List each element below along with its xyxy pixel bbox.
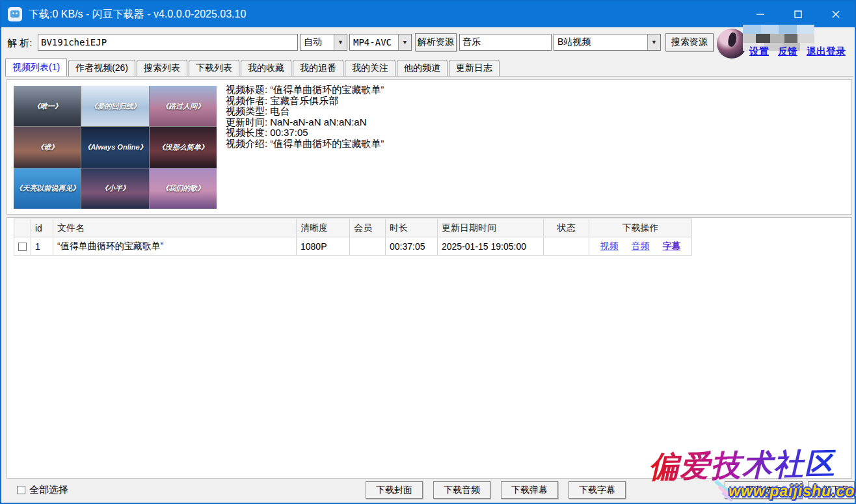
header-duration: 时长 (386, 219, 438, 237)
parse-resource-button[interactable]: 解析资源 (415, 33, 457, 51)
chevron-down-icon: ▼ (334, 34, 347, 50)
close-button[interactable] (817, 1, 855, 27)
feedback-link[interactable]: 反馈 (778, 46, 797, 58)
header-quality: 清晰度 (297, 219, 350, 237)
titlebar: 下载:0 KB/s - 闪豆下载器 - v4.0.0.0-2025.03.10 (1, 1, 855, 27)
video-type-line: 视频类型:电台 (226, 106, 384, 117)
cell-vip (350, 237, 386, 256)
download-subtitle-button[interactable]: 下载字幕 (568, 481, 626, 499)
cell-actions: 视频 音频 字幕 (589, 237, 692, 256)
bottom-bar: 全部选择 下载封面 下载音频 下载弹幕 下载字幕 下载选中 全部下载 (1, 480, 856, 503)
tab-my-favorites[interactable]: 我的收藏 (241, 60, 291, 76)
cell-updated: 2025-01-15 19:05:00 (438, 237, 544, 256)
cell-duration: 00:37:05 (386, 237, 438, 256)
header-status: 状态 (544, 219, 589, 237)
download-audio-link[interactable]: 音频 (632, 241, 650, 251)
tab-author-videos[interactable]: 作者视频(26) (68, 60, 135, 76)
header-checkbox-col (14, 219, 31, 237)
tab-download-list[interactable]: 下载列表 (189, 60, 239, 76)
search-keyword-input[interactable] (459, 34, 552, 51)
video-description-line: 视频介绍:“值得单曲循环的宝藏歌单” (226, 139, 384, 150)
video-info-panel: 《唯一》 《爱的回归线》 《路过人间》 《谁》 《Always Online》 … (7, 79, 852, 215)
download-all-button[interactable]: 全部下载 (808, 481, 855, 499)
chevron-down-icon: ▼ (647, 34, 660, 50)
search-resource-button[interactable]: 搜索资源 (665, 33, 714, 51)
settings-link[interactable]: 设置 (749, 46, 769, 58)
tab-video-list[interactable]: 视频列表(1) (5, 58, 67, 76)
cover-tile: 《唯一》 (14, 86, 81, 126)
download-subtitle-link[interactable]: 字幕 (662, 241, 680, 251)
select-all-group: 全部选择 (17, 484, 68, 496)
video-updated-line: 更新时间:NaN-aN-aN aN:aN:aN (226, 117, 384, 128)
tab-his-channel[interactable]: 他的频道 (397, 60, 448, 76)
file-table-panel: id 文件名 清晰度 会员 时长 更新日期时间 状态 下载操作 1 “值得单曲循… (7, 217, 852, 479)
download-video-link[interactable]: 视频 (600, 241, 619, 251)
tab-search-list[interactable]: 搜索列表 (137, 60, 187, 76)
cover-tile: 《天亮以前说再见》 (14, 168, 81, 209)
header-filename: 文件名 (53, 219, 297, 237)
cover-tile: 《我们的歌》 (150, 168, 217, 209)
parse-label: 解 析: (7, 37, 32, 49)
download-selected-button[interactable]: 下载选中 (725, 481, 803, 499)
video-author-line: 视频作者:宝藏音乐俱乐部 (226, 96, 384, 107)
cover-tile: 《路过人间》 (150, 86, 217, 126)
video-metadata: 视频标题:“值得单曲循环的宝藏歌单” 视频作者:宝藏音乐俱乐部 视频类型:电台 … (226, 85, 384, 149)
table-row[interactable]: 1 “值得单曲循环的宝藏歌单” 1080P 00:37:05 2025-01-1… (14, 237, 692, 256)
tab-changelog[interactable]: 更新日志 (449, 60, 500, 76)
quality-select-value: 自动 (301, 36, 334, 48)
cover-tile: 《爱的回归线》 (81, 86, 148, 126)
header-id: id (31, 219, 53, 237)
cover-tile: 《小半》 (81, 168, 148, 209)
video-duration-line: 视频长度:00:37:05 (226, 127, 384, 139)
format-select[interactable]: MP4-AVC ▼ (349, 34, 412, 51)
maximize-button[interactable] (779, 1, 817, 27)
row-checkbox[interactable] (18, 243, 27, 251)
select-all-label: 全部选择 (29, 484, 68, 496)
select-all-checkbox[interactable] (17, 486, 25, 494)
cover-tile: 《谁》 (14, 127, 81, 167)
tab-strip: 视频列表(1) 作者视频(26) 搜索列表 下载列表 我的收藏 我的追番 我的关… (5, 59, 853, 77)
header-actions: 下载操作 (589, 219, 692, 237)
table-header-row: id 文件名 清晰度 会员 时长 更新日期时间 状态 下载操作 (14, 219, 692, 237)
tab-my-bangumi[interactable]: 我的追番 (293, 60, 343, 76)
url-input[interactable] (38, 34, 298, 51)
site-select[interactable]: B站视频 ▼ (554, 34, 661, 51)
header-updated: 更新日期时间 (438, 219, 544, 237)
format-select-value: MP4-AVC (350, 37, 398, 47)
download-cover-button[interactable]: 下载封面 (366, 481, 423, 499)
app-window: 下载:0 KB/s - 闪豆下载器 - v4.0.0.0-2025.03.10 … (0, 0, 856, 504)
cover-tile: 《Always Online》 (81, 127, 148, 167)
quality-select[interactable]: 自动 ▼ (300, 34, 347, 51)
app-icon (8, 7, 22, 21)
cell-filename: “值得单曲循环的宝藏歌单” (53, 237, 297, 256)
cell-id: 1 (31, 237, 53, 256)
download-audio-button[interactable]: 下载音频 (433, 481, 490, 499)
site-select-value: B站视频 (554, 36, 647, 48)
cover-tile: 《没那么简单》 (150, 127, 217, 167)
file-table: id 文件名 清晰度 会员 时长 更新日期时间 状态 下载操作 1 “值得单曲循… (14, 219, 692, 256)
window-title: 下载:0 KB/s - 闪豆下载器 - v4.0.0.0-2025.03.10 (29, 8, 246, 21)
user-links: 设置 反馈 退出登录 (749, 46, 853, 58)
download-danmaku-button[interactable]: 下载弹幕 (501, 481, 558, 499)
logout-link[interactable]: 退出登录 (807, 46, 846, 58)
header-vip: 会员 (350, 219, 386, 237)
tab-my-follows[interactable]: 我的关注 (345, 60, 395, 76)
window-controls (742, 1, 855, 27)
chevron-down-icon: ▼ (398, 34, 411, 50)
minimize-button[interactable] (742, 1, 779, 27)
cell-status (544, 237, 589, 256)
video-title-line: 视频标题:“值得单曲循环的宝藏歌单” (226, 85, 384, 96)
cell-quality: 1080P (297, 237, 350, 256)
toolbar: 解 析: 自动 ▼ MP4-AVC ▼ 解析资源 B站视频 ▼ 搜索资源 设置 … (1, 29, 855, 57)
video-cover-image: 《唯一》 《爱的回归线》 《路过人间》 《谁》 《Always Online》 … (14, 86, 217, 209)
